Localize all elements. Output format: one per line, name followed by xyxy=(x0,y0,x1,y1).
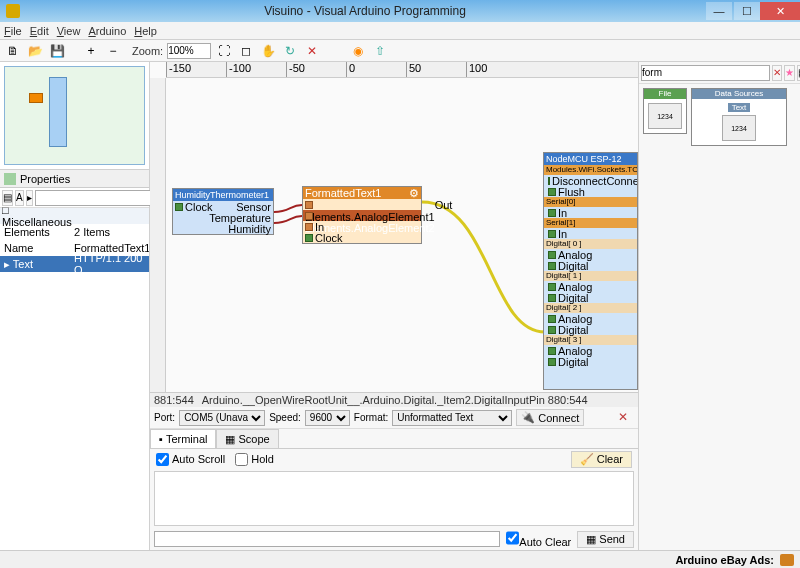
clear-button[interactable]: 🧹Clear xyxy=(571,451,632,468)
bottom-panel: 881:544 Arduino.__OpenWireRootUnit__.Ard… xyxy=(150,392,638,550)
ad-icon[interactable] xyxy=(780,554,794,566)
send-icon: ▦ xyxy=(586,533,596,546)
palette-item-file[interactable]: File 1234 xyxy=(643,88,687,134)
terminal-output[interactable] xyxy=(154,471,634,526)
close-button[interactable]: ✕ xyxy=(760,2,800,20)
node-humidity-thermometer[interactable]: HumidityThermometer1 ClockSensor Tempera… xyxy=(172,188,274,235)
port-label: Port: xyxy=(154,412,175,423)
zoom-label: Zoom: xyxy=(132,45,163,57)
properties-header: Properties xyxy=(0,170,149,188)
menu-file[interactable]: File xyxy=(4,25,22,37)
autoscroll-checkbox[interactable]: Auto Scroll xyxy=(156,453,225,466)
disconnect-icon[interactable]: ✕ xyxy=(618,410,634,426)
prop-elements[interactable]: Elements xyxy=(0,226,72,238)
format-select[interactable]: Unformatted Text xyxy=(392,410,512,426)
window-title: Visuino - Visual Arduino Programming xyxy=(26,4,704,18)
prop-text[interactable]: ▸ Text xyxy=(0,258,72,271)
save-icon[interactable]: 💾 xyxy=(48,42,66,60)
footer-bar: Arduino eBay Ads: xyxy=(0,550,800,568)
zoom-in-icon[interactable]: + xyxy=(82,42,100,60)
autoclear-checkbox[interactable]: Auto Clear xyxy=(506,530,571,548)
tab-terminal[interactable]: ▪Terminal xyxy=(150,429,216,448)
hold-checkbox[interactable]: Hold xyxy=(235,453,274,466)
node-settings-icon[interactable]: ⚙ xyxy=(409,187,419,199)
overview-thumbnail[interactable] xyxy=(0,62,149,170)
plug-icon: 🔌 xyxy=(521,411,535,424)
palette-search[interactable] xyxy=(641,65,770,81)
design-canvas[interactable]: -150-100-50050100 HumidityThermometer1 C… xyxy=(150,62,638,392)
hand-icon[interactable]: ✋ xyxy=(259,42,277,60)
menubar: File Edit View Arduino Help xyxy=(0,22,800,40)
maximize-button[interactable]: ☐ xyxy=(734,2,760,20)
scope-icon: ▦ xyxy=(225,433,235,446)
toolbar: 🗎 📂 💾 + − Zoom: ⛶ ◻ ✋ ↻ ✕ ◉ ⇧ xyxy=(0,40,800,62)
speed-label: Speed: xyxy=(269,412,301,423)
new-icon[interactable]: 🗎 xyxy=(4,42,22,60)
menu-view[interactable]: View xyxy=(57,25,81,37)
port-select[interactable]: COM5 (Unava xyxy=(179,410,265,426)
refresh-icon[interactable]: ↻ xyxy=(281,42,299,60)
speed-select[interactable]: 9600 xyxy=(305,410,350,426)
component-palette: File 1234 Data Sources Text 1234 xyxy=(639,84,800,550)
palette-item-datasources[interactable]: Data Sources Text 1234 xyxy=(691,88,787,146)
ruler-horizontal: -150-100-50050100 xyxy=(166,62,638,78)
delete-icon[interactable]: ✕ xyxy=(303,42,321,60)
zoom-out-icon[interactable]: − xyxy=(104,42,122,60)
ads-label: Arduino eBay Ads: xyxy=(675,554,774,566)
minimize-button[interactable]: — xyxy=(706,2,732,20)
app-icon xyxy=(6,4,20,18)
tab-scope[interactable]: ▦Scope xyxy=(216,429,278,448)
menu-edit[interactable]: Edit xyxy=(30,25,49,37)
open-icon[interactable]: 📂 xyxy=(26,42,44,60)
ruler-vertical xyxy=(150,78,166,392)
run-icon[interactable]: ◉ xyxy=(349,42,367,60)
zoom-combo[interactable] xyxy=(167,43,211,59)
send-button[interactable]: ▦Send xyxy=(577,531,634,548)
menu-help[interactable]: Help xyxy=(134,25,157,37)
prop-name[interactable]: Name xyxy=(0,242,72,254)
menu-arduino[interactable]: Arduino xyxy=(88,25,126,37)
terminal-input[interactable] xyxy=(154,531,500,547)
terminal-icon: ▪ xyxy=(159,433,163,445)
zoom-100-icon[interactable]: ◻ xyxy=(237,42,255,60)
zoom-fit-icon[interactable]: ⛶ xyxy=(215,42,233,60)
upload-icon[interactable]: ⇧ xyxy=(371,42,389,60)
properties-tree: □ Miscellaneous Elements2 Items NameForm… xyxy=(0,208,149,550)
node-formatted-text[interactable]: FormattedText1⚙ Elements.AnalogElement1O… xyxy=(302,186,422,244)
clear-search-icon[interactable]: ✕ xyxy=(772,65,782,81)
status-bar: 881:544 Arduino.__OpenWireRootUnit__.Ard… xyxy=(150,393,638,407)
node-nodemcu[interactable]: NodeMCU ESP-12 Modules.WiFi.Sockets.TCP.… xyxy=(543,152,638,390)
format-label: Format: xyxy=(354,412,388,423)
broom-icon: 🧹 xyxy=(580,453,594,466)
connect-button[interactable]: 🔌Connect xyxy=(516,409,584,426)
add-favorite-icon[interactable]: ★ xyxy=(784,65,795,81)
